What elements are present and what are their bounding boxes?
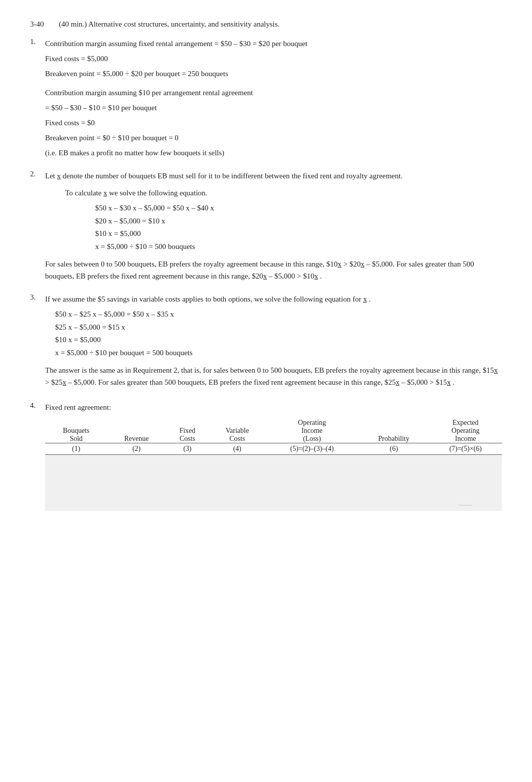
item-2-number: 2. — [30, 170, 40, 285]
col-num-5: (5)=(2)–(3)–(4) — [265, 443, 359, 455]
cell-2-2 — [107, 469, 166, 483]
cell-1-7 — [429, 455, 502, 469]
cell-2-6 — [359, 469, 429, 483]
col-num-1: (1) — [45, 443, 107, 455]
item-2-calc-intro: To calculate x we solve the following eq… — [65, 187, 502, 199]
item-2: 2. Let x denote the number of bouquets E… — [30, 170, 502, 285]
eq-3-4: x = $5,000 ÷ $10 per bouquet = 500 bouqu… — [55, 347, 502, 360]
cell-1-6 — [359, 455, 429, 469]
cell-3-7 — [429, 483, 502, 497]
cell-2-7 — [429, 469, 502, 483]
col-num-4: (4) — [209, 443, 265, 455]
cell-3-2 — [107, 483, 166, 497]
cell-3-1 — [45, 483, 107, 497]
col-variable-costs: VariableCosts — [209, 417, 265, 443]
eq-3-3: $10 x = $5,000 — [55, 334, 502, 347]
cell-2-5 — [265, 469, 359, 483]
cell-1-3 — [166, 455, 209, 469]
col-bouquets-sold: BouquetsSold — [45, 417, 107, 443]
item-2-equation-block: To calculate x we solve the following eq… — [65, 187, 502, 253]
col-probability: Probability — [359, 417, 429, 443]
table-row-1 — [45, 455, 502, 469]
problem-number: 3-40 — [30, 20, 44, 29]
col-num-6: (6) — [359, 443, 429, 455]
col-num-7: (7)=(5)×(6) — [429, 443, 502, 455]
item-2-content: Let x denote the number of bouquets EB m… — [45, 170, 502, 285]
problem-title: (40 min.) Alternative cost structures, u… — [59, 20, 280, 29]
cell-1-4 — [209, 455, 265, 469]
item-1: 1. Contribution margin assuming fixed re… — [30, 38, 502, 162]
col-operating-income: OperatingIncome(Loss) — [265, 417, 359, 443]
item-1-extra-3: Fixed costs = $0 — [45, 117, 502, 129]
eq-2-3: $10 x = $5,000 — [95, 227, 502, 240]
cell-1-5 — [265, 455, 359, 469]
item-2-intro: Let x denote the number of bouquets EB m… — [45, 170, 502, 182]
item-1-number: 1. — [30, 38, 40, 162]
item-1-extra-2: = $50 – $30 – $10 = $10 per bouquet — [45, 102, 502, 114]
item-3-equations: $50 x – $25 x – $5,000 = $50 x – $35 x $… — [55, 308, 502, 359]
item-1-extra-5: (i.e. EB makes a profit no matter how fe… — [45, 147, 502, 159]
item-1-content: Contribution margin assuming fixed renta… — [45, 38, 502, 162]
eq-2-4: x = $5,000 ÷ $10 = 500 bouquets — [95, 240, 502, 253]
table-row-4: ____ — [45, 497, 502, 511]
item-3-intro: If we assume the $5 savings in variable … — [45, 293, 502, 305]
eq-3-1: $50 x – $25 x – $5,000 = $50 x – $35 x — [55, 308, 502, 321]
fixed-rent-table: BouquetsSold Revenue FixedCosts Variable… — [45, 417, 502, 511]
item-1-extra-1: Contribution margin assuming $10 per arr… — [45, 87, 502, 99]
item-3-content: If we assume the $5 savings in variable … — [45, 293, 502, 391]
item-4-intro: Fixed rent agreement: — [45, 401, 502, 413]
item-1-line-2: Fixed costs = $5,000 — [45, 53, 502, 65]
item-3-number: 3. — [30, 293, 40, 391]
cell-1-2 — [107, 455, 166, 469]
cell-4-1 — [45, 497, 107, 511]
cell-4-4 — [209, 497, 265, 511]
cell-3-5 — [265, 483, 359, 497]
col-num-2: (2) — [107, 443, 166, 455]
cell-2-4 — [209, 469, 265, 483]
item-1-extra-4: Breakeven point = $0 ÷ $10 per bouquet =… — [45, 132, 502, 144]
cell-2-1 — [45, 469, 107, 483]
table-row-3 — [45, 483, 502, 497]
cell-3-4 — [209, 483, 265, 497]
col-expected-income: ExpectedOperatingIncome — [429, 417, 502, 443]
item-1-line-1: Contribution margin assuming fixed renta… — [45, 38, 502, 50]
item-4: 4. Fixed rent agreement: BouquetsSold Re… — [30, 401, 502, 511]
cell-1-1 — [45, 455, 107, 469]
eq-2-1: $50 x – $30 x – $5,000 = $50 x – $40 x — [95, 202, 502, 215]
cell-3-6 — [359, 483, 429, 497]
item-4-number: 4. — [30, 401, 40, 511]
item-3: 3. If we assume the $5 savings in variab… — [30, 293, 502, 391]
eq-2-2: $20 x – $5,000 = $10 x — [95, 215, 502, 228]
cell-4-3 — [166, 497, 209, 511]
eq-3-2: $25 x – $5,000 = $15 x — [55, 321, 502, 334]
item-4-content: Fixed rent agreement: BouquetsSold Reven… — [45, 401, 502, 511]
item-1-line-3: Breakeven point = $5,000 ÷ $20 per bouqu… — [45, 68, 502, 80]
cell-3-3 — [166, 483, 209, 497]
col-revenue: Revenue — [107, 417, 166, 443]
item-2-equations: $50 x – $30 x – $5,000 = $50 x – $40 x $… — [95, 202, 502, 253]
cell-4-5 — [265, 497, 359, 511]
col-num-3: (3) — [166, 443, 209, 455]
item-2-para1: For sales between 0 to 500 bouquets, EB … — [45, 258, 502, 282]
item-1-extra: Contribution margin assuming $10 per arr… — [45, 87, 502, 159]
col-fixed-costs: FixedCosts — [166, 417, 209, 443]
table-row-2 — [45, 469, 502, 483]
item-3-para1: The answer is the same as in Requirement… — [45, 364, 502, 388]
cell-4-7: ____ — [429, 497, 502, 511]
cell-2-3 — [166, 469, 209, 483]
table-wrapper: BouquetsSold Revenue FixedCosts Variable… — [45, 417, 502, 511]
cell-4-2 — [107, 497, 166, 511]
cell-4-6 — [359, 497, 429, 511]
